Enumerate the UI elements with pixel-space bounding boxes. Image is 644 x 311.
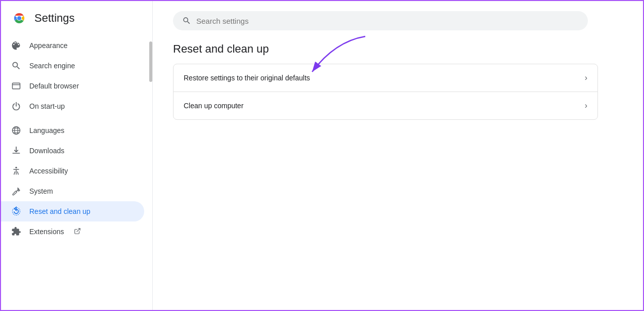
- chevron-right-icon: ›: [585, 73, 587, 82]
- external-link-icon: [74, 228, 81, 236]
- reset-icon: [11, 206, 21, 216]
- svg-rect-3: [13, 83, 20, 89]
- browser-icon: [11, 81, 21, 91]
- download-icon: [11, 146, 21, 156]
- search-icon: [182, 16, 191, 25]
- sidebar-item-label: Appearance: [29, 41, 68, 50]
- chevron-right-icon: ›: [585, 101, 587, 110]
- chrome-logo-icon: [11, 10, 27, 26]
- sidebar-item-label: Default browser: [29, 82, 79, 90]
- scrollbar-thumb: [149, 41, 152, 82]
- globe-icon: [11, 125, 21, 136]
- sidebar-item-label: Extensions: [29, 228, 64, 236]
- sidebar-header: Settings: [1, 1, 152, 33]
- search-input[interactable]: [196, 17, 579, 25]
- sidebar-item-label: System: [29, 187, 53, 195]
- sidebar: Settings Appearance: [1, 1, 153, 310]
- sidebar-item-reset[interactable]: Reset and clean up: [1, 201, 144, 221]
- sidebar-item-label: Reset and clean up: [29, 207, 91, 215]
- sidebar-item-on-startup[interactable]: On start-up: [1, 96, 144, 116]
- search-bar: [173, 11, 588, 30]
- sidebar-item-label: On start-up: [29, 102, 65, 110]
- sidebar-item-accessibility[interactable]: Accessibility: [1, 161, 144, 181]
- svg-point-2: [17, 16, 21, 20]
- svg-point-6: [15, 167, 17, 168]
- main-content: Reset and clean up Restore settings to t…: [153, 1, 643, 310]
- restore-settings-row[interactable]: Restore settings to their original defau…: [174, 64, 597, 92]
- sidebar-item-label: Languages: [29, 126, 64, 135]
- sidebar-item-downloads[interactable]: Downloads: [1, 141, 144, 161]
- section-title: Reset and clean up: [173, 42, 623, 56]
- sidebar-item-label: Search engine: [29, 62, 75, 70]
- sidebar-item-appearance[interactable]: Appearance: [1, 35, 144, 56]
- sidebar-item-search-engine[interactable]: Search engine: [1, 56, 144, 76]
- cleanup-computer-row[interactable]: Clean up computer ›: [174, 92, 597, 119]
- cleanup-computer-label: Clean up computer: [184, 102, 243, 110]
- sidebar-item-extensions[interactable]: Extensions: [1, 221, 144, 242]
- sidebar-item-label: Accessibility: [29, 167, 68, 175]
- svg-line-8: [77, 228, 80, 231]
- extensions-icon: [11, 227, 21, 237]
- power-icon: [11, 101, 21, 111]
- app-container: Settings Appearance: [1, 1, 643, 310]
- sidebar-nav: Appearance Search engine: [1, 33, 152, 310]
- sidebar-item-label: Downloads: [29, 147, 64, 155]
- settings-page-title: Settings: [34, 12, 75, 25]
- settings-card: Restore settings to their original defau…: [173, 64, 598, 120]
- sidebar-item-languages[interactable]: Languages: [1, 120, 144, 141]
- sidebar-item-default-browser[interactable]: Default browser: [1, 76, 144, 96]
- palette-icon: [11, 40, 21, 51]
- search-icon: [11, 61, 21, 71]
- wrench-icon: [11, 186, 21, 196]
- search-bar-container: [173, 11, 623, 30]
- sidebar-item-system[interactable]: System: [1, 181, 144, 201]
- scrollbar-track: [149, 31, 152, 310]
- accessibility-icon: [11, 166, 21, 176]
- restore-settings-label: Restore settings to their original defau…: [184, 74, 310, 82]
